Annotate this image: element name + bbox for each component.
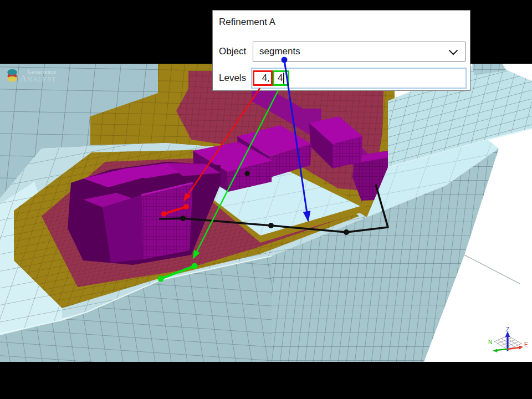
chevron-down-icon [448,49,458,55]
levels-value-2: 4 [278,73,283,84]
dialog-title: Refinement A [219,17,275,28]
object-select-value: segments [253,46,300,57]
levels-input[interactable]: 4, 4 [251,68,467,89]
text-caret [283,73,284,84]
axis-z-label: Z [506,326,509,332]
axis-e-label: E [524,341,528,347]
object-select[interactable]: segments [253,42,466,62]
refinement-dialog: Refinement A Object segments Levels 4, 4 [212,10,470,91]
levels-value-2-green-box: 4 [273,70,289,86]
axis-n-label: N [488,339,492,345]
object-label: Object [219,42,246,62]
viewport-window: Z N E Geoscience Analyst Refinement A Ob… [0,0,532,399]
bottom-letterbox-bar [0,362,532,399]
levels-label: Levels [219,68,246,89]
levels-value-1: 4, [262,73,270,84]
levels-value-1-red-box: 4, [253,70,273,86]
